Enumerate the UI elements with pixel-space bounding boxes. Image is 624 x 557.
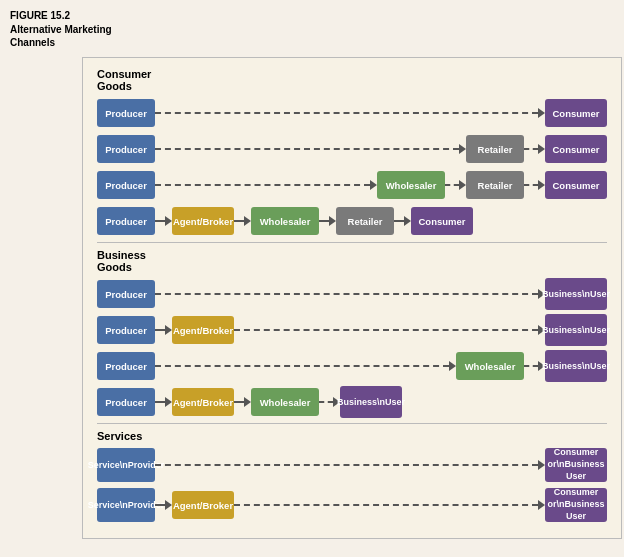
box-agent-bg4: Agent/Broker [172,388,234,416]
divider-2 [97,423,607,424]
box-wholesaler-cg3: Wholesaler [377,171,445,199]
box-producer: Producer [97,388,155,416]
box-producer: Producer [97,207,155,235]
box-business-bg2: Business\nUser [545,314,607,346]
box-retailer-cg2: Retailer [466,135,524,163]
channel-row-cg2: Producer Retailer Consumer [97,134,607,164]
box-producer: Producer [97,352,155,380]
channel-row-bg1: Producer Business\nUser [97,279,607,309]
box-consumer-s1: Consumer or\nBusiness User [545,448,607,482]
channel-row-bg2: Producer Agent/Broker Business\nUser [97,315,607,345]
channel-row-s1: Service\nProvider Consumer or\nBusiness … [97,448,607,482]
section-business-goods-label: BusinessGoods [97,249,607,273]
box-producer: Producer [97,316,155,344]
box-retailer-cg4: Retailer [336,207,394,235]
box-business-bg1: Business\nUser [545,278,607,310]
box-service-s1: Service\nProvider [97,448,155,482]
box-producer: Producer [97,99,155,127]
box-agent-bg2: Agent/Broker [172,316,234,344]
box-wholesaler-bg3: Wholesaler [456,352,524,380]
figure-label: FIGURE 15.2 [10,10,614,21]
section-consumer-goods-label: ConsumerGoods [97,68,607,92]
channel-row-cg1: Producer Consumer [97,98,607,128]
box-consumer-cg1: Consumer [545,99,607,127]
divider-1 [97,242,607,243]
box-agent-s2: Agent/Broker [172,491,234,519]
box-agent-cg4: Agent/Broker [172,207,234,235]
box-business-bg3: Business\nUser [545,350,607,382]
figure-title: Alternative Marketing Channels [10,23,614,49]
box-producer: Producer [97,280,155,308]
channel-row-bg4: Producer Agent/Broker Wholesaler Busines… [97,387,607,417]
figure-container: FIGURE 15.2 Alternative Marketing Channe… [10,10,614,49]
box-consumer-cg3: Consumer [545,171,607,199]
channel-row-bg3: Producer Wholesaler Business\nUser [97,351,607,381]
box-service-s2: Service\nProvider [97,488,155,522]
box-producer: Producer [97,135,155,163]
channel-row-cg3: Producer Wholesaler Retailer Consumer [97,170,607,200]
box-business-bg4: Business\nUser [340,386,402,418]
box-consumer-cg4: Consumer [411,207,473,235]
channel-row-cg4: Producer Agent/Broker Wholesaler Retaile… [97,206,607,236]
section-consumer-goods: ConsumerGoods Producer Consumer Producer… [97,68,607,236]
box-wholesaler-cg4: Wholesaler [251,207,319,235]
arrow-cg1 [155,108,545,118]
box-consumer-s2: Consumer or\nBusiness User [545,488,607,522]
box-wholesaler-bg4: Wholesaler [251,388,319,416]
section-business-goods: BusinessGoods Producer Business\nUser Pr… [97,249,607,417]
channel-row-s2: Service\nProvider Agent/Broker Consumer … [97,488,607,522]
box-retailer-cg3: Retailer [466,171,524,199]
diagram-wrapper: ConsumerGoods Producer Consumer Producer… [82,57,622,539]
section-services-label: Services [97,430,607,442]
box-consumer-cg2: Consumer [545,135,607,163]
box-producer: Producer [97,171,155,199]
section-services: Services Service\nProvider Consumer or\n… [97,430,607,522]
